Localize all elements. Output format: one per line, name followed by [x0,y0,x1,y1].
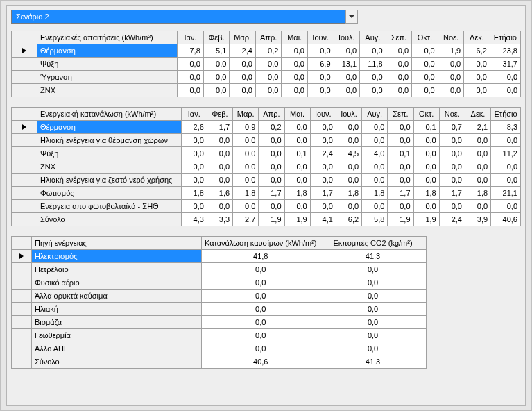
month-cell[interactable]: 0,0 [284,121,310,134]
co2-emissions-cell[interactable]: 0,0 [320,329,426,342]
month-cell[interactable]: 0,0 [360,44,386,58]
month-cell[interactable]: 0,9 [233,121,259,134]
month-cell[interactable]: 0,0 [438,84,464,97]
table-row[interactable]: Γεωθερμία0,00,0 [12,329,427,342]
annual-cell[interactable]: 0,0 [491,134,521,147]
month-cell[interactable]: 0,0 [362,200,388,213]
month-cell[interactable]: 0,0 [259,134,284,147]
month-cell[interactable]: 0,0 [464,71,490,84]
fuel-consumption-cell[interactable]: 0,0 [202,303,320,316]
month-cell[interactable]: 0,0 [412,44,438,58]
month-cell[interactable]: 0,0 [439,174,465,187]
month-cell[interactable]: 0,0 [207,134,232,147]
row-handle[interactable] [12,44,37,58]
table-row[interactable]: Ψύξη0,00,00,00,00,06,913,111,80,00,00,00… [12,58,521,71]
annual-cell[interactable]: 40,6 [491,213,521,226]
fuel-consumption-cell[interactable]: 0,0 [202,276,320,290]
month-cell[interactable]: 0,0 [336,174,361,187]
table-row[interactable]: Βιομάζα0,00,0 [12,316,427,329]
month-cell[interactable]: 0,0 [207,160,232,174]
row-label[interactable]: ΖΝΧ [37,160,182,174]
row-label[interactable]: Σύνολο [32,355,202,369]
annual-cell[interactable]: 0,0 [491,174,521,187]
table-row[interactable]: Άλλο ΑΠΕ0,00,0 [12,342,427,355]
month-cell[interactable]: 0,0 [230,58,256,71]
month-cell[interactable]: 0,0 [203,58,230,71]
month-cell[interactable]: 0,0 [178,84,204,97]
month-cell[interactable]: 0,0 [233,200,259,213]
annual-cell[interactable]: 0,0 [490,84,520,97]
month-cell[interactable]: 0,0 [412,58,438,71]
fuel-consumption-cell[interactable]: 0,0 [202,342,320,355]
month-cell[interactable]: 1,8 [284,187,310,200]
row-handle[interactable] [12,276,32,290]
month-cell[interactable]: 0,0 [284,174,310,187]
month-cell[interactable]: 6,9 [307,58,334,71]
month-cell[interactable]: 1,9 [438,44,464,58]
month-cell[interactable]: 0,0 [465,160,490,174]
month-cell[interactable]: 0,0 [360,71,386,84]
annual-cell[interactable]: 0,0 [491,160,521,174]
month-cell[interactable]: 0,0 [413,200,439,213]
month-cell[interactable]: 0,0 [413,174,439,187]
row-handle[interactable] [12,200,37,213]
month-cell[interactable]: 0,0 [362,134,388,147]
month-cell[interactable]: 0,0 [307,71,334,84]
month-cell[interactable]: 1,8 [233,187,259,200]
month-cell[interactable]: 13,1 [334,58,360,71]
month-cell[interactable]: 1,9 [284,213,310,226]
month-cell[interactable]: 0,0 [439,147,465,160]
row-handle[interactable] [12,329,32,342]
month-cell[interactable]: 0,0 [465,200,490,213]
table-row[interactable]: ΖΝΧ0,00,00,00,00,00,00,00,00,00,00,00,00… [12,84,521,97]
month-cell[interactable]: 0,0 [465,134,490,147]
row-label[interactable]: Ψύξη [37,147,182,160]
month-cell[interactable]: 0,0 [336,134,361,147]
month-cell[interactable]: 0,0 [465,174,490,187]
row-handle[interactable] [12,121,37,134]
co2-emissions-cell[interactable]: 0,0 [320,342,426,355]
fuel-consumption-cell[interactable]: 0,0 [202,316,320,329]
month-cell[interactable]: 0,0 [438,71,464,84]
month-cell[interactable]: 0,0 [413,147,439,160]
table-row[interactable]: Ενέργεια απο φωτοβολταϊκά - ΣΗΘ0,00,00,0… [12,200,521,213]
month-cell[interactable]: 1,9 [413,213,439,226]
month-cell[interactable]: 0,0 [413,134,439,147]
month-cell[interactable]: 5,1 [203,44,230,58]
annual-cell[interactable]: 0,0 [490,71,520,84]
scenario-dropdown-button[interactable] [345,10,358,24]
month-cell[interactable]: 1,9 [259,213,284,226]
row-handle[interactable] [12,355,32,369]
month-cell[interactable]: 0,0 [282,71,308,84]
month-cell[interactable]: 0,0 [464,58,490,71]
row-label[interactable]: Ηλεκτρισμός [32,250,202,263]
row-label[interactable]: Ενέργεια απο φωτοβολταϊκά - ΣΗΘ [37,200,182,213]
month-cell[interactable]: 0,0 [207,200,232,213]
month-cell[interactable]: 0,0 [386,71,412,84]
row-handle[interactable] [12,174,37,187]
month-cell[interactable]: 0,0 [438,58,464,71]
table-row[interactable]: Ψύξη0,00,00,00,00,12,44,54,00,10,00,00,0… [12,147,521,160]
month-cell[interactable]: 0,0 [181,160,207,174]
month-cell[interactable]: 0,0 [336,121,361,134]
month-cell[interactable]: 0,0 [307,44,334,58]
month-cell[interactable]: 2,6 [181,121,207,134]
month-cell[interactable]: 0,0 [310,174,336,187]
fuel-consumption-cell[interactable]: 0,0 [202,329,320,342]
table-row[interactable]: Ηλιακή ενέργεια για ζεστό νερό χρήσης0,0… [12,174,521,187]
month-cell[interactable]: 0,0 [284,134,310,147]
row-handle[interactable] [12,58,37,71]
table-row[interactable]: Πετρέλαιο0,00,0 [12,263,427,276]
month-cell[interactable]: 0,0 [310,160,336,174]
row-handle[interactable] [12,187,37,200]
scenario-select[interactable]: Σενάριο 2 [11,10,358,24]
row-label[interactable]: Θέρμανση [37,121,182,134]
month-cell[interactable]: 11,8 [360,58,386,71]
row-handle[interactable] [12,134,37,147]
row-label[interactable]: Φωτισμός [37,187,182,200]
co2-emissions-cell[interactable]: 0,0 [320,290,426,303]
table-row[interactable]: Σύνολο4,33,32,71,91,94,16,25,81,91,92,43… [12,213,521,226]
month-cell[interactable]: 0,0 [178,71,204,84]
row-handle[interactable] [12,160,37,174]
month-cell[interactable]: 0,0 [178,58,204,71]
